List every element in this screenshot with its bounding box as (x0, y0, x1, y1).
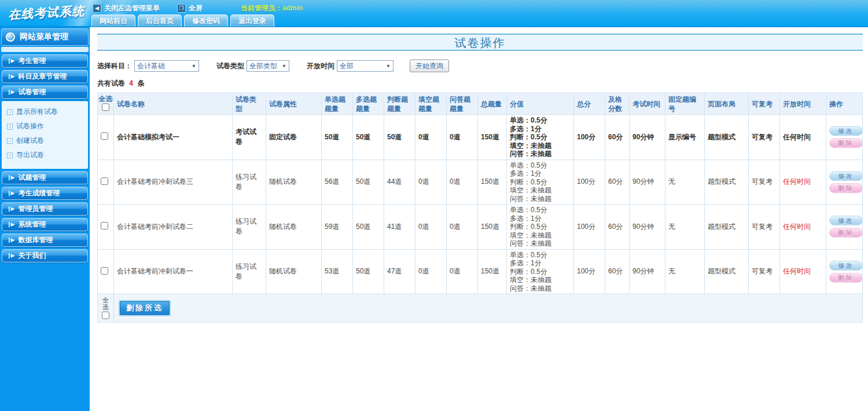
table-row: 会计基础考前冲刺试卷三 练习试卷 随机试卷 56道 50道 44道 0道 0道 … (98, 160, 863, 205)
row-checkbox[interactable] (101, 222, 108, 229)
footer-actions-cell: 删除所选 (114, 294, 863, 323)
edit-button[interactable]: 修改 (829, 126, 863, 136)
edit-button[interactable]: 修改 (829, 171, 863, 181)
sidebar-item-paper-mgmt[interactable]: ❙▶ 试卷管理 (2, 86, 88, 99)
sidebar-item-admin-mgmt[interactable]: ❙▶ 管理员管理 (2, 202, 88, 216)
tab-admin-home[interactable]: 后台首页 (138, 14, 182, 27)
sidebar-item-label: 考生管理 (18, 56, 46, 66)
multi-count-cell: 50道 (353, 115, 384, 160)
col-score-values: 分值 (507, 93, 574, 115)
pass-score-cell: 60分 (605, 115, 630, 160)
delete-selected-button[interactable]: 删除所选 (120, 301, 170, 315)
submenu-show-all-papers[interactable]: 显示所有试卷 (7, 105, 85, 119)
row-checkbox[interactable] (101, 177, 108, 185)
tab-change-password[interactable]: 修改密码 (184, 14, 228, 27)
tab-logout[interactable]: 退出登录 (230, 14, 274, 27)
score-line: 填空：未抽题 (510, 186, 571, 195)
sidebar-item-examinee-mgmt[interactable]: ❙▶ 考生管理 (2, 54, 88, 68)
paper-name-cell: 会计基础考前冲刺试卷三 (114, 160, 233, 205)
sidebar-divider (1, 47, 89, 52)
sidebar-header: 网站菜单管理 (1, 28, 89, 46)
score-line: 填空：未抽题 (510, 276, 571, 284)
fixed-number-cell: 无 (665, 160, 705, 205)
table-row: 会计基础考前冲刺试卷一 练习试卷 随机试卷 53道 50道 47道 0道 0道 … (98, 249, 863, 294)
open-time-select[interactable]: 全部 ▼ (337, 60, 393, 72)
submenu-export-paper[interactable]: 导出试卷 (7, 148, 85, 162)
edit-button[interactable]: 修改 (829, 261, 863, 271)
score-line: 多选：1分 (510, 214, 571, 223)
search-button[interactable]: 开始查询 (410, 60, 449, 72)
single-count-cell: 59道 (322, 205, 353, 250)
sidebar-item-label: 科目及章节管理 (18, 72, 67, 82)
pass-score-cell: 60分 (605, 205, 630, 250)
row-checkbox[interactable] (101, 267, 108, 275)
select-all-checkbox[interactable] (102, 103, 109, 111)
col-page-layout: 页面布局 (705, 93, 749, 115)
play-icon: ❙▶ (7, 253, 14, 258)
score-line: 单选：0.5分 (510, 161, 571, 170)
row-checkbox[interactable] (101, 132, 108, 140)
page-title: 试卷操作 (97, 34, 863, 51)
top-menu: ◀ 关闭左边管理菜单 ❐ 全屏 当前管理员：admin (93, 3, 303, 13)
footer-select-all-label: 全选 (101, 295, 111, 312)
paper-type-cell: 练习试卷 (233, 205, 266, 250)
paper-attr-cell: 随机试卷 (266, 249, 322, 294)
sidebar-item-score-mgmt[interactable]: ❙▶ 考生成绩管理 (2, 187, 88, 200)
delete-button[interactable]: 删除 (829, 228, 863, 238)
single-count-cell: 50道 (322, 115, 353, 160)
retake-cell: 可复考 (749, 249, 780, 294)
play-icon: ❙▶ (7, 58, 14, 64)
square-icon (7, 109, 13, 115)
paper-type-select[interactable]: 全部类型 ▼ (247, 60, 289, 72)
sidebar-item-about-us[interactable]: ❙▶ 关于我们 (2, 249, 88, 262)
page-layout-cell: 题型模式 (705, 115, 749, 160)
edit-button[interactable]: 修改 (829, 216, 863, 225)
sidebar-item-label: 试题管理 (18, 173, 46, 183)
score-values-cell: 单选：0.5分 多选：1分 判断：0.5分 填空：未抽题 问答：未抽题 (507, 160, 574, 205)
table-row: 会计基础模拟考试一 考试试卷 固定试卷 50道 50道 50道 0道 0道 15… (98, 115, 863, 160)
delete-button[interactable]: 删除 (829, 273, 863, 283)
sidebar-item-subject-chapter-mgmt[interactable]: ❙▶ 科目及章节管理 (2, 70, 88, 83)
col-paper-type: 试卷类型 (233, 93, 266, 115)
qa-count-cell: 0道 (447, 249, 478, 294)
sidebar-item-database-mgmt[interactable]: ❙▶ 数据库管理 (2, 234, 88, 247)
footer-select-all-checkbox[interactable] (102, 312, 109, 319)
score-values-cell: 单选：0.5分 多选：1分 判断：0.5分 填空：未抽题 问答：未抽题 (507, 249, 574, 294)
sidebar-item-question-mgmt[interactable]: ❙▶ 试题管理 (2, 171, 88, 184)
total-count-cell: 150道 (478, 249, 507, 294)
close-left-menu-button[interactable]: ◀ 关闭左边管理菜单 (93, 3, 160, 13)
play-icon: ❙▶ (7, 238, 14, 243)
table-header-row: 全选 试卷名称 试卷类型 试卷属性 单选题题量 多选题题量 判断题题量 填空题题… (98, 93, 863, 115)
delete-button[interactable]: 删除 (829, 138, 863, 148)
paper-name-cell: 会计基础考前冲刺试卷二 (114, 205, 233, 250)
multi-count-cell: 50道 (353, 205, 384, 250)
open-time-cell: 任何时间 (780, 249, 826, 294)
score-line: 问答：未抽题 (510, 284, 571, 293)
submenu-paper-operations[interactable]: 试卷操作 (7, 119, 85, 134)
fullscreen-button[interactable]: ❐ 全屏 (177, 3, 203, 13)
col-pass-score: 及格分数 (605, 93, 630, 115)
paper-count-prefix: 共有试卷 (97, 79, 125, 87)
score-line: 判断：0.5分 (510, 268, 571, 276)
judge-count-cell: 44道 (384, 160, 415, 205)
subject-select[interactable]: 会计基础 ▼ (134, 60, 199, 72)
col-paper-name: 试卷名称 (114, 93, 233, 115)
chevron-down-icon: ▼ (282, 64, 286, 69)
submenu-item-label: 创建试卷 (16, 136, 44, 146)
play-icon: ❙▶ (7, 191, 14, 196)
score-line: 单选：0.5分 (510, 116, 571, 125)
tab-site-front[interactable]: 网站前台 (91, 14, 135, 27)
paper-name-cell: 会计基础模拟考试一 (114, 115, 233, 160)
total-score-cell: 100分 (574, 205, 605, 250)
open-time-filter-label: 开放时间 (307, 61, 334, 71)
table-footer-row: 全选 删除所选 (98, 294, 863, 323)
exam-time-cell: 90分钟 (630, 115, 665, 160)
top-tabs: 网站前台 后台首页 修改密码 退出登录 (91, 14, 274, 27)
sidebar-item-system-mgmt[interactable]: ❙▶ 系统管理 (2, 218, 88, 231)
col-total-count: 总题量 (478, 93, 507, 115)
delete-button[interactable]: 删除 (829, 183, 863, 193)
submenu-create-paper[interactable]: 创建试卷 (7, 134, 85, 148)
square-icon (7, 124, 13, 129)
footer-select-all-cell: 全选 (98, 294, 114, 323)
multi-count-cell: 50道 (353, 249, 384, 294)
